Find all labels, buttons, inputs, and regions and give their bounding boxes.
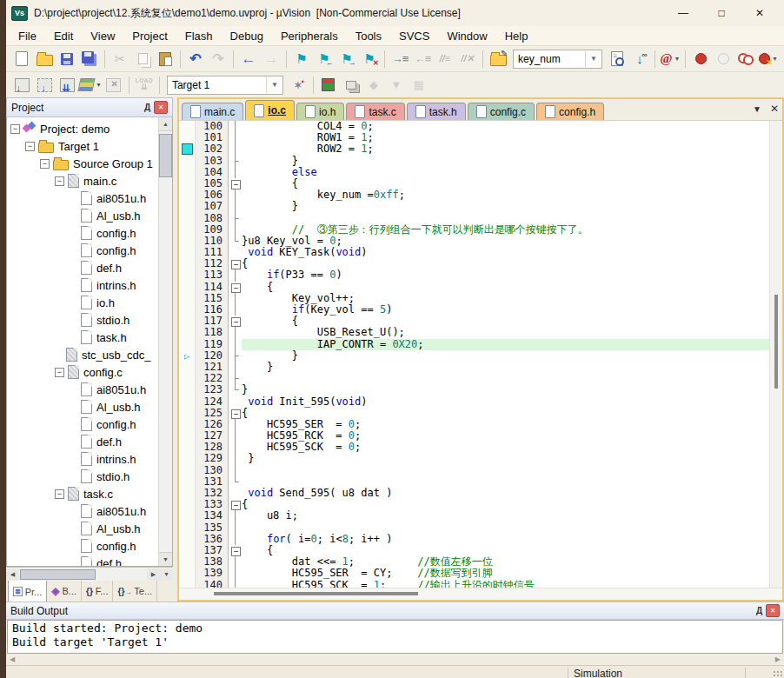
fold-margin[interactable] (229, 339, 242, 350)
code-editor[interactable]: 100 COL4 = 0;101 ROW1 = 1;102 ROW2 = 1;1… (179, 121, 769, 588)
indent-button[interactable]: →≡ (389, 49, 411, 70)
minimize-button[interactable]: — (664, 1, 702, 25)
build-output-scrollbar[interactable]: ◀ ▶ (6, 654, 784, 665)
undo-button[interactable]: ↶ (184, 49, 207, 70)
source-browser-button[interactable]: @▼ (659, 49, 681, 70)
gutter-marker-margin[interactable] (179, 293, 196, 304)
gutter-marker-margin[interactable] (179, 522, 196, 534)
open-file-button[interactable] (33, 49, 56, 70)
workspace-tab-pr[interactable]: ≣Pr... (8, 580, 47, 603)
manage-project-items-button[interactable] (340, 75, 362, 96)
tree-item-ai8051u-h[interactable]: ai8051u.h (7, 381, 159, 398)
gutter-marker-margin[interactable]: ▷ (179, 350, 196, 362)
gutter-marker-margin[interactable] (179, 213, 196, 224)
tab-io-h[interactable]: io.h (296, 103, 344, 120)
fold-margin[interactable] (229, 121, 242, 132)
menu-view[interactable]: View (82, 28, 123, 44)
vscroll-thumb[interactable] (159, 134, 172, 177)
fold-margin[interactable] (229, 143, 242, 155)
fold-margin[interactable] (229, 580, 242, 588)
gutter-marker-margin[interactable] (179, 373, 196, 384)
fold-collapse-icon[interactable]: − (231, 409, 241, 419)
gutter-marker-margin[interactable] (179, 556, 196, 568)
tab-io-c[interactable]: io.c (245, 100, 295, 120)
tab-task-h[interactable]: task.h (407, 103, 466, 120)
gutter-marker-margin[interactable] (179, 384, 196, 396)
scroll-right-icon[interactable]: ▶ (775, 655, 781, 663)
save-button[interactable] (56, 49, 78, 70)
chevron-down-icon[interactable]: ▼ (96, 82, 102, 88)
gutter-marker-margin[interactable] (179, 282, 196, 293)
gutter-marker-margin[interactable] (179, 396, 196, 408)
tab-list-icon[interactable]: ▼ (753, 104, 761, 114)
menu-edit[interactable]: Edit (45, 28, 82, 44)
hscroll-thumb[interactable] (20, 569, 96, 580)
fold-margin[interactable]: − (229, 178, 242, 189)
fold-collapse-icon[interactable]: − (231, 283, 241, 293)
fold-margin[interactable] (229, 156, 242, 167)
fold-margin[interactable] (229, 201, 242, 212)
paste-button[interactable] (154, 49, 176, 70)
menu-file[interactable]: File (10, 28, 45, 44)
gutter-marker-margin[interactable] (179, 442, 196, 453)
menu-peripherals[interactable]: Peripherals (272, 28, 347, 44)
tree-item-def-h[interactable]: def.h (7, 259, 159, 276)
fold-collapse-icon[interactable]: − (231, 547, 241, 556)
gutter-marker-margin[interactable] (179, 156, 196, 167)
next-bookmark-button[interactable]: ⚑ (336, 49, 358, 70)
collapse-icon[interactable]: − (25, 142, 35, 151)
gutter-marker-margin[interactable] (179, 465, 196, 476)
gutter-marker-margin[interactable] (179, 362, 196, 373)
fold-margin[interactable] (229, 304, 242, 316)
gutter-marker-margin[interactable] (179, 201, 196, 212)
collapse-icon[interactable]: − (55, 368, 64, 377)
fold-margin[interactable] (229, 396, 242, 408)
toggle-bookmark-button[interactable]: ⚑ (290, 49, 313, 70)
fold-margin[interactable] (229, 488, 242, 499)
tree-item-config-h[interactable]: config.h (7, 537, 159, 555)
find-in-files-dialog-button[interactable] (606, 49, 628, 70)
scroll-left-icon[interactable]: ◀ (6, 568, 19, 581)
fold-margin[interactable]: − (229, 499, 242, 510)
editor-hscrollbar[interactable] (179, 588, 782, 600)
fold-margin[interactable] (229, 522, 242, 534)
tree-item-ai8051u-h[interactable]: ai8051u.h (7, 502, 159, 520)
tree-item-io-h[interactable]: io.h (7, 294, 159, 311)
fold-margin[interactable] (229, 327, 242, 338)
scroll-menu-icon[interactable]: ▼ (160, 568, 173, 581)
gutter-marker-margin[interactable] (179, 488, 196, 499)
clear-bookmarks-button[interactable]: ⚑ (358, 49, 381, 70)
editor-vscrollbar[interactable] (769, 121, 782, 588)
fold-margin[interactable] (229, 236, 242, 247)
incremental-find-button[interactable]: ↓ (628, 49, 651, 70)
tree-item-task-h[interactable]: task.h (7, 329, 159, 346)
collapse-icon[interactable]: − (55, 489, 64, 499)
tree-item-ai8051u-h[interactable]: ai8051u.h (7, 189, 159, 207)
project-panel-close-icon[interactable]: ✕ (154, 101, 168, 114)
gutter-marker-margin[interactable] (179, 167, 196, 178)
tree-item-def-h[interactable]: def.h (7, 433, 159, 450)
menu-project[interactable]: Project (123, 28, 176, 44)
collapse-icon[interactable]: − (40, 159, 50, 169)
options-for-target-button[interactable]: ✶ (287, 75, 309, 96)
tree-item-stdio-h[interactable]: stdio.h (7, 468, 159, 485)
tab-main-c[interactable]: main.c (182, 103, 243, 120)
workspace-tab-te[interactable]: {}Te... (113, 581, 157, 602)
scroll-left-icon[interactable]: ◀ (10, 655, 15, 663)
fold-margin[interactable] (229, 293, 242, 304)
gutter-marker-margin[interactable] (179, 121, 196, 132)
toggle-breakpoint-button[interactable] (689, 49, 712, 70)
fold-margin[interactable]: − (229, 545, 242, 556)
rebuild-all-button[interactable] (56, 75, 78, 96)
menu-window[interactable]: Window (438, 28, 495, 44)
pin-icon[interactable]: Д (753, 606, 766, 615)
gutter-marker-margin[interactable] (179, 304, 196, 316)
gutter-marker-margin[interactable] (179, 476, 196, 488)
tree-item-source-group-1[interactable]: −Source Group 1 (7, 155, 159, 172)
gutter-marker-margin[interactable] (179, 258, 196, 269)
gutter-marker-margin[interactable] (179, 430, 196, 442)
pin-icon[interactable]: Д (141, 103, 154, 112)
fold-margin[interactable] (229, 534, 242, 545)
gutter-marker-margin[interactable] (179, 247, 196, 258)
fold-margin[interactable] (229, 556, 242, 568)
